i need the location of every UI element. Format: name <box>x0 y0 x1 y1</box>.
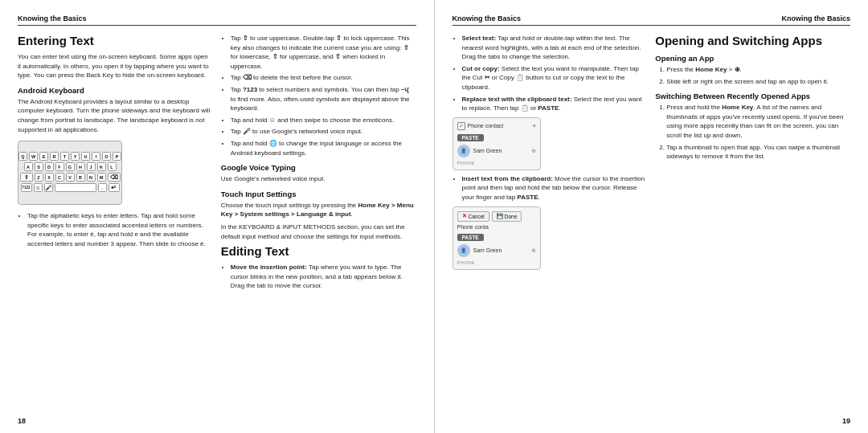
right-page-number: 19 <box>842 417 850 425</box>
bullet-language: Tap and hold 🌐 to change the input langu… <box>231 139 416 157</box>
kb-backspace-icon: ⌫ <box>108 173 121 182</box>
phone-screenshot-2: ✕ Cancel 💾 Done Phone conta PASTE <box>452 206 541 270</box>
right-col-content: Tap ⇧ to use uppercase. Double-tap ⇧ to … <box>221 34 416 294</box>
kb-q: Q <box>18 152 27 161</box>
phone-contact-label-1: Phone contact <box>468 123 530 129</box>
entering-text-intro: You can enter text using the on-screen k… <box>18 52 213 80</box>
right-page-header: Knowing the Basics Knowing the Basics <box>452 14 851 26</box>
kb-c: C <box>55 173 64 182</box>
entering-text-title: Entering Text <box>18 34 213 48</box>
right-header-title-2: Knowing the Basics <box>781 14 850 22</box>
phone-label-1: PHONE <box>457 161 536 165</box>
phone-contact-label-2: Phone conta <box>457 224 536 230</box>
bullet-symbols: Tap ?123 to select numbers and symbols. … <box>231 85 416 113</box>
phone-label-2: PHONE <box>457 260 536 265</box>
insert-clipboard-bullets: Insert text from the clipboard: Move the… <box>452 174 648 202</box>
opening-step-1: Press the Home Key > ⊕. <box>666 65 850 75</box>
editing-text-title: Editing Text <box>221 244 416 259</box>
kb-row-1: Q W E R T Y U I O P <box>18 152 121 161</box>
opening-switching-title: Opening and Switching Apps <box>655 34 850 48</box>
kb-row-3: ⇧ Z X C V B N M ⌫ <box>20 173 121 182</box>
paste-btn-2-wrap: PASTE <box>457 232 536 243</box>
kb-b: B <box>76 173 85 182</box>
left-page: Knowing the Basics Entering Text You can… <box>0 0 434 433</box>
kb-d: D <box>45 162 54 171</box>
kb-o: O <box>102 152 111 161</box>
paste-btn-1: PASTE <box>457 133 536 143</box>
touch-input-text: Choose the touch input settings by press… <box>221 201 416 219</box>
kb-e: E <box>39 152 48 161</box>
right-bullets: Select text: Tap and hold or double-tap … <box>452 34 648 113</box>
kb-t: T <box>60 152 69 161</box>
touch-input-title: Touch Input Settings <box>221 190 416 198</box>
kb-r: R <box>50 152 59 161</box>
android-keyboard-title: Android Keyboard <box>18 86 213 95</box>
done-button[interactable]: 💾 Done <box>492 211 522 222</box>
bullet-select-text: Select text: Tap and hold or double-tap … <box>462 34 648 62</box>
cancel-label: Cancel <box>469 214 485 219</box>
left-page-header: Knowing the Basics <box>18 14 416 26</box>
switching-apps-title: Switching Between Recently Opened Apps <box>655 92 850 100</box>
bullet-uppercase: Tap ⇧ to use uppercase. Double-tap ⇧ to … <box>231 34 416 71</box>
checkbox-icon: ✓ <box>457 122 465 130</box>
kb-mic-icon: 🎤 <box>44 183 53 192</box>
avatar-2: 👤 <box>457 244 470 257</box>
kb-space <box>55 183 96 192</box>
kb-u: U <box>81 152 90 161</box>
bullet-insertion: Move the insertion point: Tap where you … <box>231 263 416 291</box>
google-voice-text: Use Google's networked voice input. <box>221 174 416 184</box>
switching-step-2: Tap a thumbnail to open that app. You ca… <box>666 143 850 161</box>
chevron-right-icon-2: ⊕ <box>531 247 536 254</box>
page-container: Knowing the Basics Entering Text You can… <box>0 0 868 433</box>
keyboard-bullets: Tap ⇧ to use uppercase. Double-tap ⇧ to … <box>221 34 416 157</box>
phone-screenshot-1: ✓ Phone contact ▾ PASTE 👤 Sam Green ⊕ PH… <box>452 117 541 170</box>
switching-app-steps: Press and hold the Home Key. A list of t… <box>655 103 850 161</box>
kb-num: ?123 <box>21 183 32 192</box>
touch-input-text2: In the KEYBOARD & INPUT METHODS section,… <box>221 223 416 241</box>
done-label: Done <box>505 214 518 219</box>
phone-bar-2: Phone conta <box>457 224 536 230</box>
kb-shift: ⇧ <box>20 173 33 182</box>
chevron-right-icon-1: ⊕ <box>531 148 536 154</box>
bullet-accented: Tap the alphabetic keys to enter letters… <box>27 211 213 248</box>
kb-row-4: ?123 ☺ 🎤 . ↵ <box>21 183 120 192</box>
x-icon: ✕ <box>462 213 467 219</box>
bullet-cut-copy: Cut or copy: Select the text you want to… <box>462 64 648 92</box>
opening-app-title: Opening an App <box>655 54 850 63</box>
kb-v: V <box>66 173 75 182</box>
left-header-title: Knowing the Basics <box>18 14 87 22</box>
bullet-voice: Tap 🎤 to use Google's networked voice in… <box>231 127 416 137</box>
kb-x: X <box>45 173 54 182</box>
kb-i: I <box>92 152 100 161</box>
kb-period: . <box>98 183 107 192</box>
kb-f: F <box>55 162 64 171</box>
kb-p: P <box>113 152 121 161</box>
editing-text-bullets: Move the insertion point: Tap where you … <box>221 263 416 291</box>
contact-name-1: Sam Green <box>473 148 502 153</box>
kb-w: W <box>29 152 38 161</box>
kb-emoji: ☺ <box>34 183 43 192</box>
entering-text-bullets: Tap the alphabetic keys to enter letters… <box>18 211 213 248</box>
android-keyboard-text: The Android Keyboard provides a layout s… <box>18 97 213 134</box>
chevron-down-icon-1: ▾ <box>533 123 536 129</box>
kb-s: S <box>35 162 43 171</box>
right-col-right: Opening and Switching Apps Opening an Ap… <box>655 34 850 274</box>
left-page-number: 18 <box>18 417 26 425</box>
contact-row-1: 👤 Sam Green ⊕ <box>457 143 536 159</box>
kb-j: J <box>87 162 96 171</box>
kb-m: M <box>97 173 106 182</box>
kb-k: K <box>97 162 106 171</box>
kb-g: G <box>66 162 75 171</box>
right-col-left: Select text: Tap and hold or double-tap … <box>452 34 648 274</box>
cancel-button[interactable]: ✕ Cancel <box>457 211 489 222</box>
kb-l: L <box>108 162 117 171</box>
contact-row-2: 👤 Sam Green ⊕ <box>457 243 536 259</box>
phone-bar-1: ✓ Phone contact ▾ <box>457 122 536 130</box>
kb-h: H <box>76 162 85 171</box>
google-voice-title: Google Voice Typing <box>221 163 416 172</box>
right-content: Select text: Tap and hold or double-tap … <box>452 34 851 274</box>
kb-y: Y <box>71 152 80 161</box>
opening-app-steps: Press the Home Key > ⊕. Slide left or ri… <box>655 65 850 86</box>
bullet-emoticons: Tap and hold ☺ and then swipe to choose … <box>231 116 416 125</box>
kb-row-2: A S D F G H J K L <box>24 162 117 171</box>
